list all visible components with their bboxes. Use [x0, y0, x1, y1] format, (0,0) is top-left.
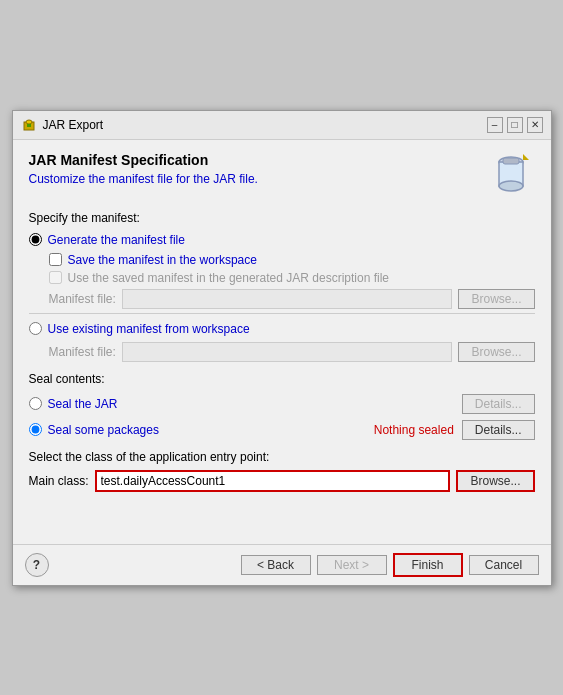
page-title: JAR Manifest Specification [29, 152, 535, 168]
generate-manifest-radio[interactable] [29, 233, 42, 246]
use-saved-manifest-row: Use the saved manifest in the generated … [49, 271, 535, 285]
browse-manifest-2-button: Browse... [458, 342, 534, 362]
entry-point-section: Select the class of the application entr… [29, 450, 535, 492]
browse-main-class-button[interactable]: Browse... [456, 470, 534, 492]
maximize-button[interactable]: □ [507, 117, 523, 133]
next-button: Next > [317, 555, 387, 575]
use-saved-manifest-label: Use the saved manifest in the generated … [68, 271, 390, 285]
seal-contents-section: Seal contents: Seal the JAR Details... S… [29, 372, 535, 440]
manifest-file-label-2: Manifest file: [49, 345, 116, 359]
manifest-file-label-1: Manifest file: [49, 292, 116, 306]
entry-point-label: Select the class of the application entr… [29, 450, 535, 464]
seal-packages-row: Seal some packages Nothing sealed Detail… [29, 420, 535, 440]
save-manifest-label[interactable]: Save the manifest in the workspace [68, 253, 257, 267]
manifest-file-row-1: Manifest file: Browse... [49, 289, 535, 309]
main-window: JAR Export – □ ✕ JAR Manifest Specificat… [12, 110, 552, 586]
seal-jar-row: Seal the JAR Details... [29, 394, 535, 414]
specify-manifest-section: Specify the manifest: Generate the manif… [29, 211, 535, 362]
seal-contents-label: Seal contents: [29, 372, 535, 386]
main-class-input[interactable] [95, 470, 451, 492]
title-bar: JAR Export – □ ✕ [13, 111, 551, 140]
save-manifest-row: Save the manifest in the workspace [49, 253, 535, 267]
jar-icon [487, 148, 535, 196]
svg-point-1 [26, 120, 32, 124]
svg-rect-2 [27, 124, 31, 127]
use-existing-manifest-label[interactable]: Use existing manifest from workspace [48, 322, 250, 336]
page-subtitle: Customize the manifest file for the JAR … [29, 172, 535, 186]
entry-point-row: Main class: Browse... [29, 470, 535, 492]
seal-jar-details-button: Details... [462, 394, 535, 414]
close-button[interactable]: ✕ [527, 117, 543, 133]
seal-jar-radio[interactable] [29, 397, 42, 410]
manifest-file-input-1 [122, 289, 453, 309]
manifest-file-row-2: Manifest file: Browse... [49, 342, 535, 362]
use-saved-manifest-checkbox [49, 271, 62, 284]
seal-packages-details-button[interactable]: Details... [462, 420, 535, 440]
svg-rect-6 [503, 158, 519, 164]
finish-button[interactable]: Finish [393, 553, 463, 577]
help-button[interactable]: ? [25, 553, 49, 577]
minimize-button[interactable]: – [487, 117, 503, 133]
save-manifest-checkbox[interactable] [49, 253, 62, 266]
back-button[interactable]: < Back [241, 555, 311, 575]
window-title: JAR Export [43, 118, 104, 132]
generate-manifest-row: Generate the manifest file [29, 233, 535, 247]
svg-marker-7 [523, 154, 529, 160]
seal-packages-label[interactable]: Seal some packages [48, 423, 159, 437]
seal-jar-label[interactable]: Seal the JAR [48, 397, 118, 411]
nothing-sealed-label: Nothing sealed [374, 423, 454, 437]
svg-point-5 [499, 181, 523, 191]
bottom-bar: ? < Back Next > Finish Cancel [13, 544, 551, 585]
use-existing-manifest-radio[interactable] [29, 322, 42, 335]
generate-manifest-label[interactable]: Generate the manifest file [48, 233, 185, 247]
manifest-file-input-2 [122, 342, 453, 362]
seal-packages-radio[interactable] [29, 423, 42, 436]
browse-manifest-1-button: Browse... [458, 289, 534, 309]
specify-manifest-label: Specify the manifest: [29, 211, 535, 225]
use-existing-manifest-row: Use existing manifest from workspace [29, 322, 535, 336]
main-class-label: Main class: [29, 474, 89, 488]
page-header: JAR Manifest Specification Customize the… [29, 152, 535, 199]
cancel-button[interactable]: Cancel [469, 555, 539, 575]
window-icon [21, 117, 37, 133]
